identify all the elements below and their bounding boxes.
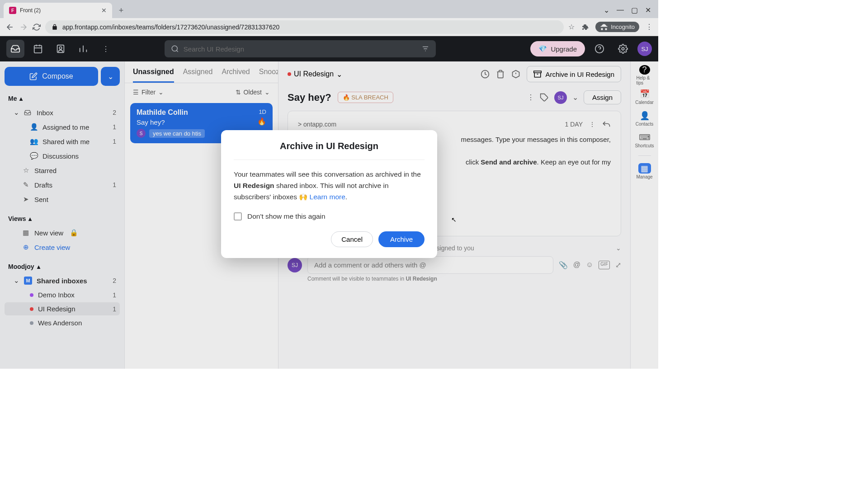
- archive-modal: Archive in UI Redesign Your teammates wi…: [221, 130, 437, 258]
- modal-overlay[interactable]: Archive in UI Redesign Your teammates wi…: [0, 0, 658, 369]
- learn-more-link[interactable]: Learn more: [310, 193, 345, 201]
- modal-title: Archive in UI Redesign: [234, 141, 425, 160]
- modal-body: Your teammates will see this conversatio…: [234, 169, 425, 202]
- cancel-button[interactable]: Cancel: [331, 231, 373, 247]
- checkbox-icon[interactable]: [234, 212, 242, 221]
- archive-button[interactable]: Archive: [378, 231, 425, 247]
- dont-show-checkbox[interactable]: Don't show me this again: [234, 212, 425, 221]
